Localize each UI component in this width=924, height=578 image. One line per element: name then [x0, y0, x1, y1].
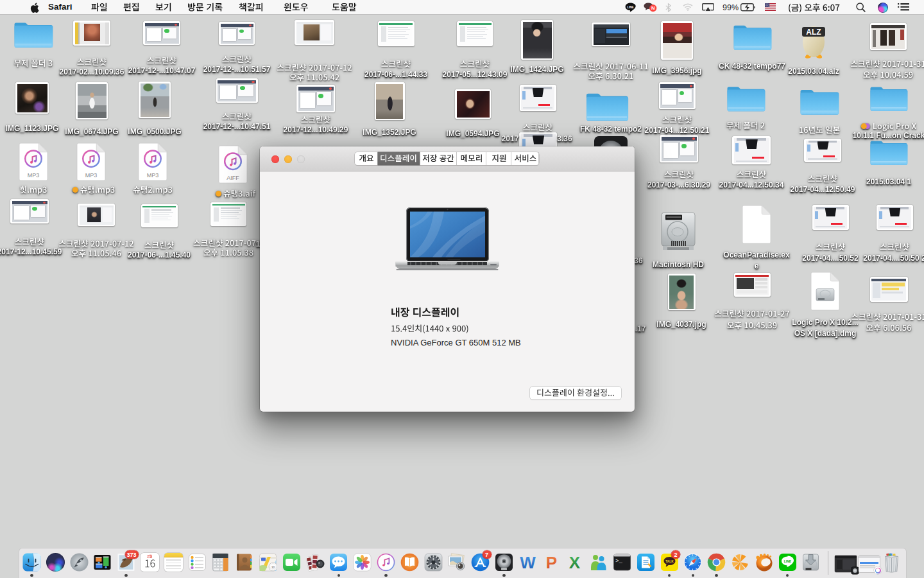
svg-text:MP3: MP3 — [85, 172, 98, 179]
svg-text:P: P — [545, 553, 556, 572]
svg-text:30: 30 — [271, 566, 275, 569]
svg-text:AIFF: AIFF — [227, 175, 239, 181]
svg-text:W: W — [520, 553, 536, 572]
svg-text:MP3: MP3 — [147, 172, 159, 179]
svg-text:N: N — [651, 5, 654, 11]
svg-text:X: X — [569, 553, 581, 572]
svg-text:LINE: LINE — [783, 559, 791, 563]
svg-text:ALZ: ALZ — [806, 28, 821, 37]
svg-text:MP3: MP3 — [28, 172, 40, 179]
svg-text:LINE: LINE — [627, 6, 633, 9]
svg-text:TALK: TALK — [665, 560, 674, 563]
svg-text:>_: >_ — [615, 558, 622, 565]
